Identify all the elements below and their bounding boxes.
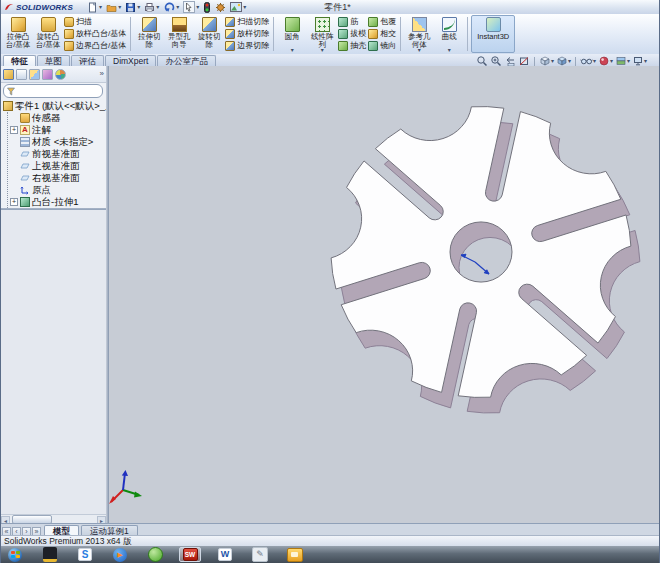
new-document-button[interactable]: ▾ — [87, 2, 102, 13]
reference-geometry-button[interactable]: 参考几 何体 ▾ — [404, 15, 434, 53]
expand-icon[interactable]: + — [10, 126, 18, 134]
dropdown-arrow-icon[interactable]: ▾ — [137, 4, 140, 10]
dropdown-arrow-icon[interactable]: ▾ — [610, 58, 613, 64]
taskbar-media-player-button[interactable] — [39, 547, 61, 562]
start-button[interactable] — [4, 547, 26, 562]
print-button[interactable]: ▾ — [144, 2, 159, 13]
dropdown-arrow-icon[interactable]: ▾ — [418, 47, 421, 53]
dropdown-arrow-icon[interactable]: ▾ — [568, 58, 571, 64]
instant3d-toggle-button[interactable]: Instant3D — [471, 15, 515, 53]
main-area: » 零件1 (默认<<默认>_显示状态 传感器 + — [1, 66, 659, 524]
dropdown-arrow-icon[interactable]: ▾ — [321, 47, 324, 53]
select-tool-button[interactable]: ▾ — [183, 1, 199, 13]
plane-icon — [20, 173, 30, 183]
tree-item-boss-extrude1[interactable]: + 凸台-拉伸1 — [8, 196, 106, 208]
tree-item-top-plane[interactable]: 上视基准面 — [8, 160, 106, 172]
dropdown-arrow-icon[interactable]: ▾ — [118, 4, 121, 10]
display-manager-tab[interactable] — [55, 69, 66, 80]
edit-appearance-qat-button[interactable]: ▾ — [230, 2, 246, 12]
taskbar-pen-input-button[interactable]: ✎ — [249, 547, 271, 562]
options-button[interactable] — [215, 2, 226, 13]
configuration-manager-tab[interactable] — [29, 69, 40, 80]
tree-item-right-plane[interactable]: 右视基准面 — [8, 172, 106, 184]
filter-funnel-icon — [7, 87, 15, 96]
draft-button[interactable]: 拔模 — [338, 29, 366, 39]
dropdown-arrow-icon[interactable]: ▾ — [196, 4, 199, 10]
extrude-cut-button[interactable]: 拉伸切 除 — [134, 15, 164, 53]
dimxpert-manager-tab[interactable] — [42, 69, 53, 80]
revolve-boss-button[interactable]: 旋转凸 台/基体 — [33, 15, 63, 53]
tab-dimxpert[interactable]: DimXpert — [105, 55, 156, 66]
taskbar-solidworks-button[interactable]: SW — [179, 547, 201, 562]
save-button[interactable]: ▾ — [125, 2, 140, 13]
dropdown-arrow-icon[interactable]: ▾ — [593, 58, 596, 64]
taskbar-360-browser-button[interactable] — [144, 547, 166, 562]
property-manager-tab[interactable] — [16, 69, 27, 80]
model-3d-view — [109, 66, 659, 524]
tree-item-material[interactable]: 材质 <未指定> — [8, 136, 106, 148]
boundary-cut-icon — [225, 41, 235, 51]
tab-features[interactable]: 特征 — [3, 55, 36, 66]
boss-small-buttons: 扫描 放样凸台/基体 边界凸台/基体 — [63, 15, 127, 53]
options-gear-icon — [215, 2, 226, 13]
dropdown-arrow-icon[interactable]: ▾ — [99, 4, 102, 10]
open-document-button[interactable]: ▾ — [106, 2, 121, 13]
feature-manager-panel: » 零件1 (默认<<默认>_显示状态 传感器 + — [1, 66, 106, 524]
revolve-cut-button[interactable]: 旋转切 除 — [194, 15, 224, 53]
dropdown-arrow-icon[interactable]: ▾ — [156, 4, 159, 10]
panel-empty-area — [1, 210, 106, 514]
linear-pattern-button[interactable]: 线性阵 列 ▾ — [307, 15, 337, 53]
sweep-cut-button[interactable]: 扫描切除 — [225, 17, 269, 27]
sweep-boss-button[interactable]: 扫描 — [64, 17, 126, 27]
feature-tree: 零件1 (默认<<默认>_显示状态 传感器 + A 注解 — [1, 100, 106, 208]
select-cursor-icon — [183, 1, 195, 13]
taskbar-sogou-browser-button[interactable]: S — [74, 547, 96, 562]
boundary-boss-button[interactable]: 边界凸台/基体 — [64, 41, 126, 51]
dropdown-arrow-icon[interactable]: ▾ — [551, 58, 554, 64]
tree-filter-input[interactable] — [3, 84, 103, 98]
rebuild-button[interactable] — [203, 2, 211, 13]
hole-wizard-button[interactable]: 异型孔 向导 — [164, 15, 194, 53]
open-folder-icon — [106, 2, 117, 13]
tree-item-origin[interactable]: 原点 — [8, 184, 106, 196]
expand-icon[interactable]: + — [10, 198, 18, 206]
tab-office-products[interactable]: 办公室产品 — [157, 55, 216, 66]
part-top-face — [331, 107, 631, 398]
feature-manager-tab[interactable] — [3, 69, 14, 80]
dropdown-arrow-icon[interactable]: ▾ — [176, 4, 179, 10]
tree-item-sensors[interactable]: 传感器 — [8, 112, 106, 124]
tree-root-item[interactable]: 零件1 (默认<<默认>_显示状态 — [1, 100, 106, 112]
mirror-button[interactable]: 镜向 — [368, 41, 396, 51]
draft-icon — [338, 29, 348, 39]
taskbar-word-button[interactable]: W — [214, 547, 236, 562]
loft-cut-button[interactable]: 放样切除 — [225, 29, 269, 39]
boundary-cut-button[interactable]: 边界切除 — [225, 41, 269, 51]
dropdown-arrow-icon[interactable]: ▾ — [291, 47, 294, 53]
shell-button[interactable]: 抽壳 — [338, 41, 366, 51]
curves-button[interactable]: 曲线 ▾ — [434, 15, 464, 53]
panel-overflow-chevron-icon[interactable]: » — [100, 69, 104, 79]
intersect-button[interactable]: 相交 — [368, 29, 396, 39]
windows-start-orb-icon — [8, 548, 22, 562]
plane-icon — [20, 161, 30, 171]
dropdown-arrow-icon[interactable]: ▾ — [243, 4, 246, 10]
cut-small-buttons: 扫描切除 放样切除 边界切除 — [224, 15, 270, 53]
wrap-icon — [368, 17, 378, 27]
undo-button[interactable]: ▾ — [163, 2, 179, 13]
fillet-button[interactable]: 圆角 ▾ — [277, 15, 307, 53]
taskbar-game-center-button[interactable] — [284, 547, 306, 562]
dropdown-arrow-icon[interactable]: ▾ — [448, 47, 451, 53]
dropdown-arrow-icon[interactable]: ▾ — [627, 58, 630, 64]
tab-sketch[interactable]: 草图 — [37, 55, 70, 66]
undo-arrow-icon — [163, 2, 175, 13]
rib-button[interactable]: 筋 — [338, 17, 366, 27]
wrap-button[interactable]: 包覆 — [368, 17, 396, 27]
dropdown-arrow-icon[interactable]: ▾ — [644, 58, 647, 64]
taskbar-pps-player-button[interactable]: ▶ — [109, 547, 131, 562]
extrude-boss-button[interactable]: 拉伸凸 台/基体 — [3, 15, 33, 53]
tab-evaluate[interactable]: 评估 — [71, 55, 104, 66]
graphics-viewport[interactable] — [109, 66, 659, 524]
loft-boss-button[interactable]: 放样凸台/基体 — [64, 29, 126, 39]
tree-item-front-plane[interactable]: 前视基准面 — [8, 148, 106, 160]
tree-item-annotations[interactable]: + A 注解 — [8, 124, 106, 136]
